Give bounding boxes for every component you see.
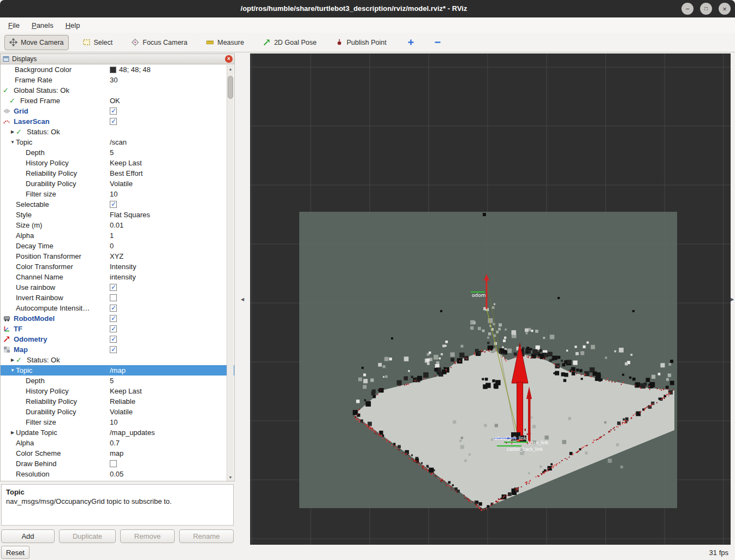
checkbox-checked[interactable] [110, 336, 117, 343]
scroll-up-icon[interactable]: ▲ [227, 65, 234, 73]
property-value[interactable]: 5 [110, 147, 114, 158]
property-value[interactable]: Keep Last [110, 158, 142, 168]
minimize-button[interactable]: − [681, 3, 693, 15]
tree-row-topic[interactable]: ▼Topic/scan [1, 137, 234, 147]
property-value[interactable]: Volatile [110, 178, 133, 189]
tree-row-color-scheme[interactable]: Color Schememap [1, 448, 234, 458]
checkbox-checked[interactable] [110, 108, 117, 115]
tree-row-durability-policy[interactable]: Durability PolicyVolatile [1, 178, 234, 189]
property-checkbox-cell[interactable] [110, 324, 117, 334]
reset-button[interactable]: Reset [1, 546, 29, 559]
panel-splitter[interactable]: ◀ [235, 53, 250, 545]
tree-row-frame-rate[interactable]: Frame Rate30 [1, 75, 234, 85]
tree-row-reliability-policy[interactable]: Reliability PolicyBest Effort [1, 168, 234, 178]
property-value[interactable]: 10 [110, 189, 117, 199]
tree-row-position-transformer[interactable]: Position TransformerXYZ [1, 251, 234, 261]
checkbox-checked[interactable] [110, 325, 117, 332]
property-value[interactable]: 1 [110, 230, 114, 241]
property-checkbox-cell[interactable] [110, 313, 117, 324]
property-value[interactable]: 5 [110, 376, 114, 386]
scrollbar-thumb[interactable] [228, 76, 233, 99]
property-checkbox-cell[interactable] [110, 199, 117, 210]
property-value[interactable]: 0.05 [110, 469, 123, 479]
tree-row-status-ok[interactable]: ▶✓Status: Ok [1, 127, 234, 137]
tree-row-alpha[interactable]: Alpha1 [1, 230, 234, 241]
expander-closed-icon[interactable]: ▶ [9, 129, 16, 134]
property-checkbox-cell[interactable] [110, 344, 117, 355]
property-value[interactable]: map [110, 448, 123, 458]
tree-row-grid[interactable]: Grid [1, 106, 234, 116]
tree-row-resolution[interactable]: Resolution0.05 [1, 469, 234, 479]
displays-tree[interactable]: Background Color48; 48; 48Frame Rate30✓G… [0, 64, 235, 481]
menu-panels[interactable]: Panels [26, 19, 60, 32]
property-checkbox-cell[interactable] [110, 106, 117, 116]
titlebar[interactable]: /opt/ros/humble/share/turtlebot3_descrip… [0, 0, 735, 17]
property-checkbox-cell[interactable] [110, 282, 117, 293]
tree-row-filter-size[interactable]: Filter size10 [1, 189, 234, 199]
tree-row-laserscan[interactable]: LaserScan [1, 116, 234, 127]
checkbox-checked[interactable] [110, 346, 117, 353]
tree-row-history-policy[interactable]: History PolicyKeep Last [1, 158, 234, 168]
tree-row-autocompute-intensit[interactable]: Autocompute Intensit… [1, 303, 234, 313]
expander-open-icon[interactable]: ▼ [9, 368, 16, 373]
property-value[interactable]: 0.7 [110, 438, 120, 448]
property-checkbox-cell[interactable] [110, 303, 117, 313]
tree-row-draw-behind[interactable]: Draw Behind [1, 458, 234, 469]
expander-open-icon[interactable]: ▼ [9, 140, 16, 145]
checkbox-checked[interactable] [110, 284, 117, 291]
collapse-left-icon[interactable]: ◀ [241, 297, 244, 302]
tree-row-channel-name[interactable]: Channel Nameintensity [1, 272, 234, 282]
3d-viewport[interactable]: odomwheel_left_linkbase_linkcaster_back_… [250, 53, 731, 545]
property-value[interactable]: XYZ [110, 251, 123, 261]
tree-row-use-rainbow[interactable]: Use rainbow [1, 282, 234, 293]
property-value[interactable]: Reliable [110, 396, 135, 407]
expander-closed-icon[interactable]: ▶ [9, 430, 16, 435]
property-checkbox-cell[interactable] [110, 116, 117, 127]
expand-right-icon[interactable]: ▶ [731, 297, 734, 302]
tree-row-odometry[interactable]: Odometry [1, 334, 234, 344]
checkbox-checked[interactable] [110, 118, 117, 125]
tree-row-depth[interactable]: Depth5 [1, 376, 234, 386]
color-value[interactable]: 48; 48; 48 [110, 64, 151, 75]
checkbox-checked[interactable] [110, 201, 117, 208]
checkbox-unchecked[interactable] [110, 460, 117, 467]
close-button[interactable]: × [719, 3, 731, 15]
checkbox-unchecked[interactable] [110, 294, 117, 301]
tool-move-camera[interactable]: Move Camera [4, 35, 69, 50]
tree-scrollbar[interactable]: ▲ ▼ [227, 65, 234, 481]
maximize-button[interactable]: □ [700, 3, 712, 15]
property-value[interactable]: /map [110, 365, 126, 376]
tree-row-decay-time[interactable]: Decay Time0 [1, 241, 234, 251]
tree-row-alpha[interactable]: Alpha0.7 [1, 438, 234, 448]
tree-row-fixed-frame[interactable]: ✓Fixed FrameOK [1, 96, 234, 106]
displays-panel-header[interactable]: Displays × [0, 53, 235, 64]
checkbox-checked[interactable] [110, 315, 117, 322]
tree-row-color-transformer[interactable]: Color TransformerIntensity [1, 261, 234, 272]
tool-focus-camera[interactable]: Focus Camera [126, 35, 192, 50]
tool-2d-goal-pose[interactable]: 2D Goal Pose [258, 35, 322, 50]
tree-row-update-topic[interactable]: ▶Update Topic/map_updates [1, 427, 234, 438]
tree-row-global-status-ok[interactable]: ✓Global Status: Ok [1, 85, 234, 96]
tree-row-map[interactable]: Map [1, 344, 234, 355]
remove-button[interactable]: Remove [120, 529, 175, 543]
tree-row-selectable[interactable]: Selectable [1, 199, 234, 210]
property-value[interactable]: Intensity [110, 261, 136, 272]
remove-tool-button[interactable] [430, 35, 445, 50]
property-value[interactable]: Volatile [110, 407, 133, 417]
tree-row-invert-rainbow[interactable]: Invert Rainbow [1, 293, 234, 303]
scroll-down-icon[interactable]: ▼ [227, 473, 234, 481]
tree-row-background-color[interactable]: Background Color48; 48; 48 [1, 64, 234, 75]
tree-row-filter-size[interactable]: Filter size10 [1, 417, 234, 427]
expander-closed-icon[interactable]: ▶ [9, 358, 16, 362]
property-value[interactable]: /scan [110, 137, 127, 147]
tree-row-topic[interactable]: ▼Topic/map [1, 365, 234, 376]
property-value[interactable]: Keep Last [110, 386, 142, 396]
tool-select[interactable]: Select [78, 35, 118, 50]
property-value[interactable]: OK [110, 96, 120, 106]
property-value[interactable]: /map_updates [110, 427, 155, 438]
menu-help[interactable]: Help [60, 19, 86, 32]
3d-view-canvas[interactable]: odomwheel_left_linkbase_linkcaster_back_… [250, 53, 731, 545]
property-checkbox-cell[interactable] [110, 458, 117, 469]
tree-row-tf[interactable]: TF [1, 324, 234, 334]
tree-row-history-policy[interactable]: History PolicyKeep Last [1, 386, 234, 396]
